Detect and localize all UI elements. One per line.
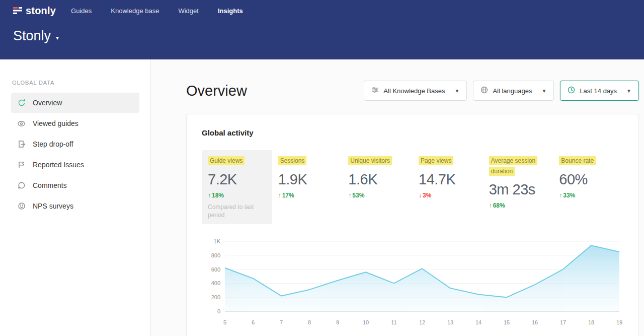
metric-label: Guide views [208, 156, 245, 165]
metric-change: ↑18% [208, 192, 267, 199]
clock-icon [568, 86, 575, 95]
nav-item-insights[interactable]: Insights [218, 7, 243, 15]
sidebar-item-label: Reported Issues [33, 161, 84, 169]
nav-items: Guides Knowledge base Widget Insights [71, 7, 243, 15]
svg-text:18: 18 [588, 319, 594, 325]
sidebar-item-label: Step drop-off [33, 140, 73, 148]
nav-item-guides[interactable]: Guides [71, 7, 92, 15]
svg-text:200: 200 [211, 294, 220, 300]
chevron-down-icon: ▼ [626, 88, 631, 94]
sidebar-section-label: GLOBAL DATA [12, 80, 150, 86]
activity-chart[interactable]: 02004006008001K5678910111213141516171819 [202, 235, 623, 330]
languages-filter-label: All languages [493, 87, 532, 95]
metric-change: ↓3% [419, 192, 478, 199]
metric-bounce-rate[interactable]: Bounce rate 60% ↑33% [553, 150, 623, 224]
global-activity-card: Global activity Guide views 7.2K ↑18% Co… [186, 114, 639, 336]
workspace-selector[interactable]: Stonly ▾ [0, 21, 644, 44]
sidebar-item-overview[interactable]: Overview [11, 93, 139, 113]
flag-icon [17, 161, 26, 169]
metric-label: Average session duration [489, 156, 538, 176]
metrics-row: Guide views 7.2K ↑18% Compared to last p… [202, 150, 623, 224]
metric-value: 14.7K [419, 171, 478, 188]
nav-item-knowledge-base[interactable]: Knowledge base [111, 7, 159, 15]
date-range-filter-label: Last 14 days [580, 87, 617, 95]
card-title: Global activity [202, 128, 623, 137]
arrow-down-icon: ↓ [419, 192, 422, 199]
metric-label: Sessions [278, 156, 307, 165]
svg-text:19: 19 [616, 319, 622, 325]
nav-item-widget[interactable]: Widget [178, 7, 198, 15]
metric-value: 1.6K [348, 171, 408, 188]
knowledge-bases-filter[interactable]: All Knowledge Bases ▼ [364, 81, 467, 101]
metric-value: 3m 23s [489, 181, 548, 198]
svg-text:12: 12 [419, 319, 425, 325]
arrow-up-icon: ↑ [559, 192, 562, 199]
stonly-logo-icon [13, 6, 22, 15]
svg-text:9: 9 [336, 319, 339, 325]
sidebar-item-label: NPS surveys [33, 202, 73, 210]
languages-filter[interactable]: All languages ▼ [473, 81, 554, 101]
eye-icon [17, 119, 26, 128]
stonly-logo[interactable]: stonly [13, 5, 56, 17]
svg-text:8: 8 [308, 319, 311, 325]
svg-text:11: 11 [391, 319, 396, 325]
metric-change: ↑68% [489, 202, 548, 209]
arrow-up-icon: ↑ [208, 192, 211, 199]
metric-average-session-duration[interactable]: Average session duration 3m 23s ↑68% [483, 150, 553, 224]
date-range-filter[interactable]: Last 14 days ▼ [560, 81, 639, 101]
svg-text:7: 7 [280, 319, 283, 325]
metric-page-views[interactable]: Page views 14.7K ↓3% [413, 150, 483, 224]
sidebar-item-label: Viewed guides [33, 119, 78, 127]
main-header: Overview All Knowledge Bases ▼ All langu… [186, 81, 639, 101]
chevron-down-icon: ▼ [541, 88, 546, 94]
svg-text:800: 800 [211, 252, 220, 258]
metric-note: Compared to last period [208, 203, 261, 219]
metric-value: 7.2K [208, 171, 267, 188]
chevron-down-icon: ▼ [455, 88, 460, 94]
sidebar: GLOBAL DATA Overview Viewed guides Step … [0, 59, 151, 336]
svg-text:5: 5 [223, 319, 226, 325]
sidebar-item-label: Comments [33, 181, 67, 189]
metric-sessions[interactable]: Sessions 1.9K ↑17% [272, 150, 343, 224]
metric-change: ↑17% [278, 192, 338, 199]
arrow-up-icon: ↑ [278, 192, 281, 199]
arrow-up-icon: ↑ [348, 192, 351, 199]
app-header: stonly Guides Knowledge base Widget Insi… [0, 0, 644, 59]
comment-bubble-icon [17, 181, 26, 190]
metric-label: Bounce rate [559, 156, 596, 165]
svg-text:6: 6 [252, 319, 255, 325]
sidebar-item-label: Overview [33, 99, 62, 107]
svg-text:400: 400 [211, 280, 220, 286]
svg-text:17: 17 [560, 319, 566, 325]
sidebar-item-reported-issues[interactable]: Reported Issues [11, 155, 139, 175]
metric-label: Unique visitors [348, 156, 392, 165]
knowledge-bases-filter-label: All Knowledge Bases [383, 87, 445, 95]
brand-name: stonly [26, 5, 56, 17]
svg-text:0: 0 [217, 308, 220, 314]
metric-unique-visitors[interactable]: Unique visitors 1.6K ↑53% [342, 150, 413, 224]
workspace-title: Stonly [13, 28, 51, 44]
sidebar-item-comments[interactable]: Comments [11, 175, 139, 195]
metric-change: ↑33% [559, 192, 618, 199]
area-chart-svg: 02004006008001K5678910111213141516171819 [202, 235, 624, 328]
svg-text:1K: 1K [214, 238, 221, 244]
svg-text:15: 15 [504, 319, 510, 325]
sidebar-item-nps-surveys[interactable]: NPS surveys [11, 196, 139, 216]
metric-guide-views[interactable]: Guide views 7.2K ↑18% Compared to last p… [202, 150, 272, 224]
metric-label: Page views [419, 156, 453, 165]
smiley-icon [17, 202, 26, 211]
metric-value: 60% [559, 171, 618, 188]
page-title: Overview [186, 83, 247, 99]
arrow-up-icon: ↑ [489, 202, 492, 209]
svg-text:16: 16 [532, 319, 538, 325]
filter-bar: All Knowledge Bases ▼ All languages ▼ La… [364, 81, 639, 101]
svg-text:14: 14 [475, 319, 481, 325]
overview-refresh-icon [17, 99, 26, 107]
chevron-down-icon: ▾ [56, 34, 59, 41]
globe-icon [480, 86, 488, 95]
sliders-icon [371, 86, 379, 95]
top-navigation: stonly Guides Knowledge base Widget Insi… [0, 0, 644, 21]
metric-value: 1.9K [278, 171, 338, 188]
sidebar-item-viewed-guides[interactable]: Viewed guides [11, 113, 139, 133]
sidebar-item-step-drop-off[interactable]: Step drop-off [11, 134, 139, 154]
